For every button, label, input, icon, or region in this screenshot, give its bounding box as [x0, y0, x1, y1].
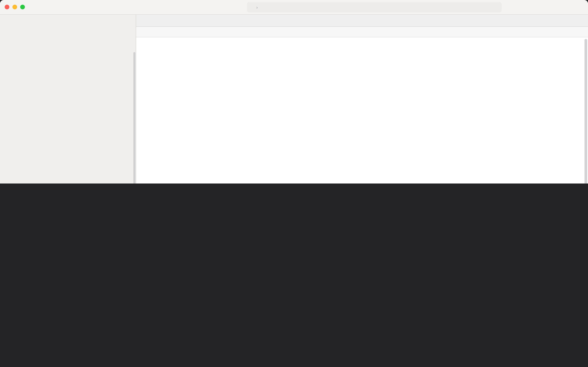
scheme-selector[interactable]	[251, 5, 263, 9]
scheme-and-status-bar	[247, 2, 502, 12]
editor-scrollbar[interactable]	[585, 39, 587, 184]
project-tree	[0, 27, 136, 184]
source-editor[interactable]	[136, 37, 588, 184]
run-button[interactable]	[60, 3, 69, 12]
chevron-separator-icon	[255, 5, 258, 9]
navigator-tab-bar	[0, 15, 136, 27]
tab-bar	[136, 15, 588, 27]
xcode-window	[0, 0, 588, 184]
project-info	[70, 1, 72, 13]
sidebar-toggle-icon[interactable]	[35, 3, 43, 12]
minimize-button[interactable]	[12, 5, 17, 9]
sidebar-scrollbar[interactable]	[133, 52, 135, 184]
zoom-button[interactable]	[20, 5, 25, 9]
titlebar	[0, 0, 588, 15]
jump-bar	[136, 27, 588, 37]
navigator-sidebar	[0, 15, 136, 184]
traffic-lights	[5, 5, 25, 9]
close-button[interactable]	[5, 5, 9, 9]
editor-area	[136, 15, 588, 184]
